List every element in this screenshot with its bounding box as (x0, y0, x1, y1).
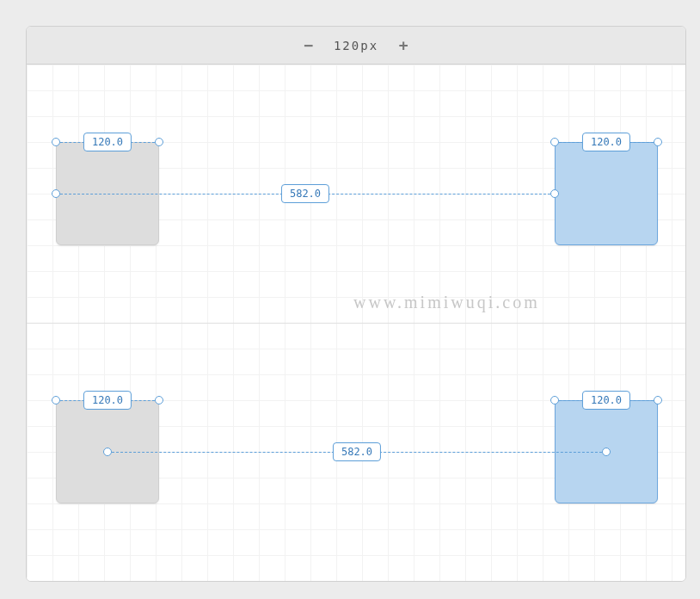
marker-top-right-b[interactable] (654, 138, 662, 146)
layout-panel: − 120px + 120.0 120.0 582.0 www.mimiwuqi… (26, 26, 686, 582)
badge-gap-top: 582.0 (281, 184, 329, 203)
size-label: 120px (334, 39, 378, 52)
marker-bottom-right-b[interactable] (654, 396, 662, 404)
section-divider (27, 323, 685, 324)
marker-top-right-a[interactable] (550, 138, 559, 146)
plus-icon: + (399, 36, 408, 54)
marker-top-left-b[interactable] (155, 138, 163, 146)
badge-width-bottom-left: 120.0 (83, 391, 132, 410)
marker-gap-bottom-a[interactable] (103, 448, 112, 456)
zoom-in-button[interactable]: + (394, 36, 413, 55)
watermark: www.mimiwuqi.com (353, 293, 540, 312)
zoom-out-button[interactable]: − (299, 36, 318, 55)
badge-gap-bottom: 582.0 (333, 442, 381, 461)
canvas[interactable]: 120.0 120.0 582.0 www.mimiwuqi.com 120.0… (27, 65, 685, 581)
marker-bottom-right-a[interactable] (550, 396, 559, 404)
minus-icon: − (304, 36, 314, 54)
badge-width-top-left: 120.0 (83, 133, 132, 151)
marker-bottom-left-a[interactable] (52, 396, 60, 404)
badge-width-top-right: 120.0 (582, 133, 630, 151)
box-blue-top[interactable] (555, 142, 658, 245)
marker-bottom-left-b[interactable] (155, 396, 163, 404)
marker-gap-top-b[interactable] (550, 189, 559, 198)
badge-width-bottom-right: 120.0 (582, 391, 630, 410)
marker-gap-top-a[interactable] (52, 189, 60, 198)
marker-gap-bottom-b[interactable] (602, 448, 611, 456)
marker-top-left-a[interactable] (52, 138, 60, 146)
toolbar: − 120px + (27, 27, 685, 65)
